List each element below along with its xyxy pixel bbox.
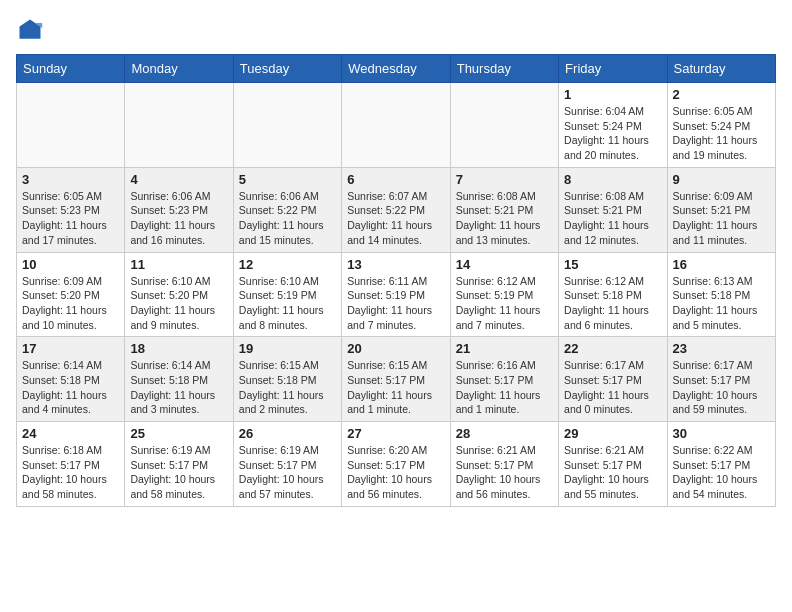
day-info: Sunrise: 6:12 AMSunset: 5:19 PMDaylight:… [456, 274, 553, 333]
day-info: Sunrise: 6:19 AMSunset: 5:17 PMDaylight:… [130, 443, 227, 502]
calendar-cell: 4Sunrise: 6:06 AMSunset: 5:23 PMDaylight… [125, 167, 233, 252]
day-header-sunday: Sunday [17, 55, 125, 83]
day-info: Sunrise: 6:18 AMSunset: 5:17 PMDaylight:… [22, 443, 119, 502]
day-number: 6 [347, 172, 444, 187]
day-number: 19 [239, 341, 336, 356]
day-info: Sunrise: 6:05 AMSunset: 5:24 PMDaylight:… [673, 104, 770, 163]
day-info: Sunrise: 6:05 AMSunset: 5:23 PMDaylight:… [22, 189, 119, 248]
calendar-cell: 7Sunrise: 6:08 AMSunset: 5:21 PMDaylight… [450, 167, 558, 252]
day-number: 21 [456, 341, 553, 356]
calendar-week-5: 24Sunrise: 6:18 AMSunset: 5:17 PMDayligh… [17, 422, 776, 507]
calendar-cell: 5Sunrise: 6:06 AMSunset: 5:22 PMDaylight… [233, 167, 341, 252]
day-info: Sunrise: 6:14 AMSunset: 5:18 PMDaylight:… [22, 358, 119, 417]
day-header-monday: Monday [125, 55, 233, 83]
calendar-cell: 22Sunrise: 6:17 AMSunset: 5:17 PMDayligh… [559, 337, 667, 422]
calendar-cell [342, 83, 450, 168]
day-header-tuesday: Tuesday [233, 55, 341, 83]
calendar-week-1: 1Sunrise: 6:04 AMSunset: 5:24 PMDaylight… [17, 83, 776, 168]
calendar-cell: 14Sunrise: 6:12 AMSunset: 5:19 PMDayligh… [450, 252, 558, 337]
calendar-cell: 12Sunrise: 6:10 AMSunset: 5:19 PMDayligh… [233, 252, 341, 337]
day-number: 8 [564, 172, 661, 187]
header [16, 16, 776, 44]
day-number: 13 [347, 257, 444, 272]
calendar-cell: 13Sunrise: 6:11 AMSunset: 5:19 PMDayligh… [342, 252, 450, 337]
calendar-week-4: 17Sunrise: 6:14 AMSunset: 5:18 PMDayligh… [17, 337, 776, 422]
day-info: Sunrise: 6:08 AMSunset: 5:21 PMDaylight:… [456, 189, 553, 248]
calendar-cell: 11Sunrise: 6:10 AMSunset: 5:20 PMDayligh… [125, 252, 233, 337]
day-info: Sunrise: 6:16 AMSunset: 5:17 PMDaylight:… [456, 358, 553, 417]
day-info: Sunrise: 6:10 AMSunset: 5:19 PMDaylight:… [239, 274, 336, 333]
calendar-cell [233, 83, 341, 168]
day-info: Sunrise: 6:21 AMSunset: 5:17 PMDaylight:… [564, 443, 661, 502]
calendar-cell: 23Sunrise: 6:17 AMSunset: 5:17 PMDayligh… [667, 337, 775, 422]
day-info: Sunrise: 6:17 AMSunset: 5:17 PMDaylight:… [673, 358, 770, 417]
day-number: 4 [130, 172, 227, 187]
calendar-cell: 21Sunrise: 6:16 AMSunset: 5:17 PMDayligh… [450, 337, 558, 422]
day-number: 14 [456, 257, 553, 272]
day-number: 1 [564, 87, 661, 102]
calendar-cell: 16Sunrise: 6:13 AMSunset: 5:18 PMDayligh… [667, 252, 775, 337]
logo [16, 16, 48, 44]
day-number: 26 [239, 426, 336, 441]
day-header-thursday: Thursday [450, 55, 558, 83]
calendar-cell: 18Sunrise: 6:14 AMSunset: 5:18 PMDayligh… [125, 337, 233, 422]
calendar-cell [17, 83, 125, 168]
calendar-body: 1Sunrise: 6:04 AMSunset: 5:24 PMDaylight… [17, 83, 776, 507]
calendar-cell: 8Sunrise: 6:08 AMSunset: 5:21 PMDaylight… [559, 167, 667, 252]
day-number: 27 [347, 426, 444, 441]
day-number: 29 [564, 426, 661, 441]
calendar-cell: 26Sunrise: 6:19 AMSunset: 5:17 PMDayligh… [233, 422, 341, 507]
calendar-cell: 28Sunrise: 6:21 AMSunset: 5:17 PMDayligh… [450, 422, 558, 507]
day-number: 10 [22, 257, 119, 272]
day-info: Sunrise: 6:22 AMSunset: 5:17 PMDaylight:… [673, 443, 770, 502]
day-info: Sunrise: 6:07 AMSunset: 5:22 PMDaylight:… [347, 189, 444, 248]
calendar-cell: 10Sunrise: 6:09 AMSunset: 5:20 PMDayligh… [17, 252, 125, 337]
calendar-week-3: 10Sunrise: 6:09 AMSunset: 5:20 PMDayligh… [17, 252, 776, 337]
day-number: 23 [673, 341, 770, 356]
calendar-cell: 24Sunrise: 6:18 AMSunset: 5:17 PMDayligh… [17, 422, 125, 507]
day-info: Sunrise: 6:09 AMSunset: 5:21 PMDaylight:… [673, 189, 770, 248]
day-number: 28 [456, 426, 553, 441]
day-info: Sunrise: 6:10 AMSunset: 5:20 PMDaylight:… [130, 274, 227, 333]
day-info: Sunrise: 6:04 AMSunset: 5:24 PMDaylight:… [564, 104, 661, 163]
day-number: 3 [22, 172, 119, 187]
calendar-cell: 9Sunrise: 6:09 AMSunset: 5:21 PMDaylight… [667, 167, 775, 252]
calendar-cell: 20Sunrise: 6:15 AMSunset: 5:17 PMDayligh… [342, 337, 450, 422]
day-info: Sunrise: 6:15 AMSunset: 5:17 PMDaylight:… [347, 358, 444, 417]
day-info: Sunrise: 6:09 AMSunset: 5:20 PMDaylight:… [22, 274, 119, 333]
day-number: 2 [673, 87, 770, 102]
calendar-cell: 1Sunrise: 6:04 AMSunset: 5:24 PMDaylight… [559, 83, 667, 168]
calendar-cell: 29Sunrise: 6:21 AMSunset: 5:17 PMDayligh… [559, 422, 667, 507]
day-info: Sunrise: 6:11 AMSunset: 5:19 PMDaylight:… [347, 274, 444, 333]
day-number: 12 [239, 257, 336, 272]
calendar-week-2: 3Sunrise: 6:05 AMSunset: 5:23 PMDaylight… [17, 167, 776, 252]
day-header-saturday: Saturday [667, 55, 775, 83]
day-number: 18 [130, 341, 227, 356]
day-info: Sunrise: 6:12 AMSunset: 5:18 PMDaylight:… [564, 274, 661, 333]
calendar-cell [125, 83, 233, 168]
day-number: 7 [456, 172, 553, 187]
calendar-cell: 25Sunrise: 6:19 AMSunset: 5:17 PMDayligh… [125, 422, 233, 507]
day-info: Sunrise: 6:08 AMSunset: 5:21 PMDaylight:… [564, 189, 661, 248]
calendar-header-row: SundayMondayTuesdayWednesdayThursdayFrid… [17, 55, 776, 83]
day-number: 22 [564, 341, 661, 356]
day-number: 24 [22, 426, 119, 441]
day-info: Sunrise: 6:20 AMSunset: 5:17 PMDaylight:… [347, 443, 444, 502]
day-number: 5 [239, 172, 336, 187]
calendar-cell: 19Sunrise: 6:15 AMSunset: 5:18 PMDayligh… [233, 337, 341, 422]
day-info: Sunrise: 6:06 AMSunset: 5:22 PMDaylight:… [239, 189, 336, 248]
calendar-cell: 6Sunrise: 6:07 AMSunset: 5:22 PMDaylight… [342, 167, 450, 252]
calendar-cell: 30Sunrise: 6:22 AMSunset: 5:17 PMDayligh… [667, 422, 775, 507]
day-number: 11 [130, 257, 227, 272]
calendar-cell: 27Sunrise: 6:20 AMSunset: 5:17 PMDayligh… [342, 422, 450, 507]
day-info: Sunrise: 6:14 AMSunset: 5:18 PMDaylight:… [130, 358, 227, 417]
day-info: Sunrise: 6:21 AMSunset: 5:17 PMDaylight:… [456, 443, 553, 502]
day-header-wednesday: Wednesday [342, 55, 450, 83]
calendar-cell: 15Sunrise: 6:12 AMSunset: 5:18 PMDayligh… [559, 252, 667, 337]
calendar: SundayMondayTuesdayWednesdayThursdayFrid… [16, 54, 776, 507]
day-number: 25 [130, 426, 227, 441]
logo-icon [16, 16, 44, 44]
day-info: Sunrise: 6:06 AMSunset: 5:23 PMDaylight:… [130, 189, 227, 248]
day-number: 9 [673, 172, 770, 187]
day-info: Sunrise: 6:19 AMSunset: 5:17 PMDaylight:… [239, 443, 336, 502]
